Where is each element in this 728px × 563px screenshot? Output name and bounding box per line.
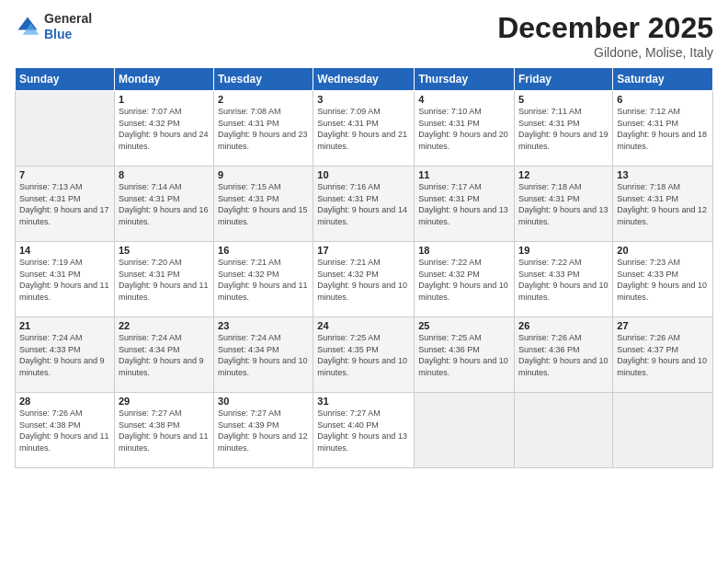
logo-icon — [15, 14, 40, 40]
day-info: Sunrise: 7:25 AMSunset: 4:35 PMDaylight:… — [317, 332, 410, 378]
day-info: Sunrise: 7:18 AMSunset: 4:31 PMDaylight:… — [518, 181, 609, 227]
day-number: 12 — [518, 169, 609, 180]
day-info: Sunrise: 7:21 AMSunset: 4:32 PMDaylight:… — [317, 257, 410, 303]
calendar-cell — [613, 393, 713, 468]
calendar-cell: 14Sunrise: 7:19 AMSunset: 4:31 PMDayligh… — [16, 242, 115, 317]
day-info: Sunrise: 7:21 AMSunset: 4:32 PMDaylight:… — [218, 257, 309, 303]
day-number: 28 — [19, 396, 110, 407]
logo: General Blue — [15, 11, 92, 42]
day-number: 27 — [617, 320, 709, 331]
day-number: 24 — [317, 320, 410, 331]
day-number: 17 — [317, 245, 410, 256]
day-number: 8 — [119, 169, 210, 180]
day-number: 15 — [119, 245, 210, 256]
day-number: 13 — [617, 169, 709, 180]
day-number: 3 — [317, 94, 410, 105]
day-info: Sunrise: 7:08 AMSunset: 4:31 PMDaylight:… — [218, 106, 309, 152]
calendar-week-row: 14Sunrise: 7:19 AMSunset: 4:31 PMDayligh… — [16, 242, 713, 317]
calendar-cell: 9Sunrise: 7:15 AMSunset: 4:31 PMDaylight… — [214, 167, 313, 242]
calendar-cell — [515, 393, 613, 468]
day-info: Sunrise: 7:11 AMSunset: 4:31 PMDaylight:… — [518, 106, 609, 152]
day-info: Sunrise: 7:25 AMSunset: 4:36 PMDaylight:… — [418, 332, 510, 378]
calendar-day-header: Friday — [515, 68, 613, 91]
calendar-day-header: Thursday — [415, 68, 515, 91]
day-number: 6 — [617, 94, 709, 105]
calendar-cell: 1Sunrise: 7:07 AMSunset: 4:32 PMDaylight… — [114, 91, 213, 167]
calendar-cell: 20Sunrise: 7:23 AMSunset: 4:33 PMDayligh… — [613, 242, 713, 317]
calendar-week-row: 21Sunrise: 7:24 AMSunset: 4:33 PMDayligh… — [16, 317, 713, 393]
calendar-day-header: Monday — [114, 68, 213, 91]
day-number: 25 — [418, 320, 510, 331]
day-info: Sunrise: 7:26 AMSunset: 4:38 PMDaylight:… — [19, 408, 110, 454]
day-number: 26 — [518, 320, 609, 331]
day-info: Sunrise: 7:24 AMSunset: 4:34 PMDaylight:… — [218, 332, 309, 378]
calendar-cell: 23Sunrise: 7:24 AMSunset: 4:34 PMDayligh… — [214, 317, 313, 393]
calendar-cell: 8Sunrise: 7:14 AMSunset: 4:31 PMDaylight… — [114, 167, 213, 242]
calendar-cell: 31Sunrise: 7:27 AMSunset: 4:40 PMDayligh… — [313, 393, 415, 468]
day-info: Sunrise: 7:16 AMSunset: 4:31 PMDaylight:… — [317, 181, 410, 227]
day-number: 14 — [19, 245, 110, 256]
month-title: December 2025 — [497, 11, 713, 45]
calendar-cell: 30Sunrise: 7:27 AMSunset: 4:39 PMDayligh… — [214, 393, 313, 468]
day-info: Sunrise: 7:24 AMSunset: 4:33 PMDaylight:… — [19, 332, 110, 378]
day-info: Sunrise: 7:26 AMSunset: 4:36 PMDaylight:… — [518, 332, 609, 378]
day-number: 31 — [317, 396, 410, 407]
day-number: 23 — [218, 320, 309, 331]
day-info: Sunrise: 7:22 AMSunset: 4:32 PMDaylight:… — [418, 257, 510, 303]
day-info: Sunrise: 7:14 AMSunset: 4:31 PMDaylight:… — [119, 181, 210, 227]
day-info: Sunrise: 7:19 AMSunset: 4:31 PMDaylight:… — [19, 257, 110, 303]
day-info: Sunrise: 7:22 AMSunset: 4:33 PMDaylight:… — [518, 257, 609, 303]
calendar-cell: 29Sunrise: 7:27 AMSunset: 4:38 PMDayligh… — [114, 393, 213, 468]
calendar-cell — [415, 393, 515, 468]
day-info: Sunrise: 7:15 AMSunset: 4:31 PMDaylight:… — [218, 181, 309, 227]
calendar-cell: 11Sunrise: 7:17 AMSunset: 4:31 PMDayligh… — [415, 167, 515, 242]
calendar-cell: 4Sunrise: 7:10 AMSunset: 4:31 PMDaylight… — [415, 91, 515, 167]
calendar-day-header: Tuesday — [214, 68, 313, 91]
day-number: 2 — [218, 94, 309, 105]
day-number: 16 — [218, 245, 309, 256]
day-number: 11 — [418, 169, 510, 180]
logo-text: General Blue — [44, 11, 92, 42]
day-number: 1 — [119, 94, 210, 105]
subtitle: Gildone, Molise, Italy — [497, 45, 713, 60]
day-number: 22 — [119, 320, 210, 331]
calendar-week-row: 1Sunrise: 7:07 AMSunset: 4:32 PMDaylight… — [16, 91, 713, 167]
calendar-cell: 5Sunrise: 7:11 AMSunset: 4:31 PMDaylight… — [515, 91, 613, 167]
calendar-week-row: 28Sunrise: 7:26 AMSunset: 4:38 PMDayligh… — [16, 393, 713, 468]
calendar-cell: 26Sunrise: 7:26 AMSunset: 4:36 PMDayligh… — [515, 317, 613, 393]
day-number: 18 — [418, 245, 510, 256]
day-number: 5 — [518, 94, 609, 105]
calendar-cell: 15Sunrise: 7:20 AMSunset: 4:31 PMDayligh… — [114, 242, 213, 317]
calendar-cell: 16Sunrise: 7:21 AMSunset: 4:32 PMDayligh… — [214, 242, 313, 317]
calendar-cell: 10Sunrise: 7:16 AMSunset: 4:31 PMDayligh… — [313, 167, 415, 242]
title-block: December 2025 Gildone, Molise, Italy — [497, 11, 713, 60]
calendar-cell: 2Sunrise: 7:08 AMSunset: 4:31 PMDaylight… — [214, 91, 313, 167]
day-info: Sunrise: 7:09 AMSunset: 4:31 PMDaylight:… — [317, 106, 410, 152]
day-number: 19 — [518, 245, 609, 256]
calendar-cell: 27Sunrise: 7:26 AMSunset: 4:37 PMDayligh… — [613, 317, 713, 393]
calendar-cell: 17Sunrise: 7:21 AMSunset: 4:32 PMDayligh… — [313, 242, 415, 317]
calendar-cell: 7Sunrise: 7:13 AMSunset: 4:31 PMDaylight… — [16, 167, 115, 242]
day-number: 10 — [317, 169, 410, 180]
day-number: 7 — [19, 169, 110, 180]
calendar-table: SundayMondayTuesdayWednesdayThursdayFrid… — [15, 67, 713, 468]
day-info: Sunrise: 7:12 AMSunset: 4:31 PMDaylight:… — [617, 106, 709, 152]
calendar-cell: 13Sunrise: 7:18 AMSunset: 4:31 PMDayligh… — [613, 167, 713, 242]
day-number: 29 — [119, 396, 210, 407]
calendar-day-header: Saturday — [613, 68, 713, 91]
calendar-week-row: 7Sunrise: 7:13 AMSunset: 4:31 PMDaylight… — [16, 167, 713, 242]
day-number: 21 — [19, 320, 110, 331]
calendar-cell: 22Sunrise: 7:24 AMSunset: 4:34 PMDayligh… — [114, 317, 213, 393]
logo-blue: Blue — [44, 27, 72, 41]
calendar-cell: 3Sunrise: 7:09 AMSunset: 4:31 PMDaylight… — [313, 91, 415, 167]
calendar-cell: 25Sunrise: 7:25 AMSunset: 4:36 PMDayligh… — [415, 317, 515, 393]
calendar-header-row: SundayMondayTuesdayWednesdayThursdayFrid… — [16, 68, 713, 91]
day-info: Sunrise: 7:27 AMSunset: 4:40 PMDaylight:… — [317, 408, 410, 454]
calendar-cell: 18Sunrise: 7:22 AMSunset: 4:32 PMDayligh… — [415, 242, 515, 317]
calendar-cell: 12Sunrise: 7:18 AMSunset: 4:31 PMDayligh… — [515, 167, 613, 242]
calendar-cell: 24Sunrise: 7:25 AMSunset: 4:35 PMDayligh… — [313, 317, 415, 393]
calendar-cell: 19Sunrise: 7:22 AMSunset: 4:33 PMDayligh… — [515, 242, 613, 317]
calendar-cell: 21Sunrise: 7:24 AMSunset: 4:33 PMDayligh… — [16, 317, 115, 393]
day-info: Sunrise: 7:27 AMSunset: 4:39 PMDaylight:… — [218, 408, 309, 454]
day-info: Sunrise: 7:18 AMSunset: 4:31 PMDaylight:… — [617, 181, 709, 227]
